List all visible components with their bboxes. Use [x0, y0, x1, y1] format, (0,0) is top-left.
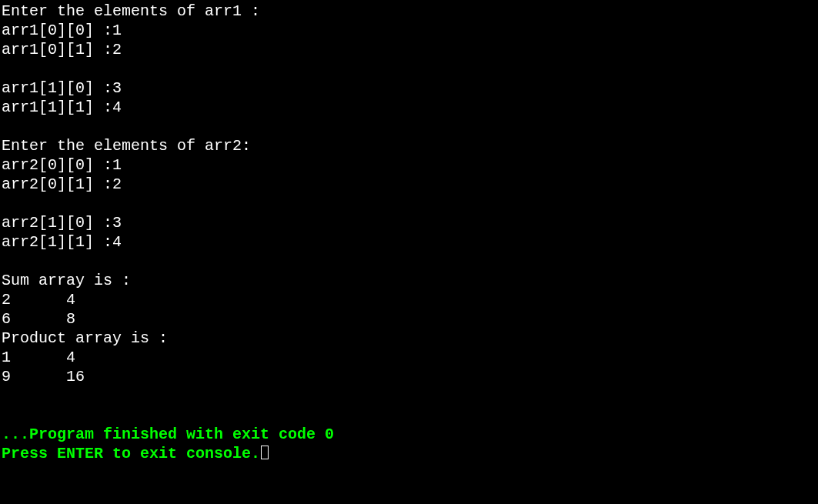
output-line: Sum array is : — [2, 271, 818, 290]
prompt-line[interactable]: Press ENTER to exit console. — [2, 444, 818, 463]
output-line: 9 16 — [2, 367, 818, 386]
output-line: arr1[1][1] :4 — [2, 98, 818, 117]
output-line — [2, 117, 818, 136]
output-line: 2 4 — [2, 290, 818, 309]
exit-message: ...Program finished with exit code 0 — [2, 425, 818, 444]
output-line: arr1[0][1] :2 — [2, 40, 818, 59]
output-line — [2, 194, 818, 213]
output-line: arr1[1][0] :3 — [2, 78, 818, 98]
output-line — [2, 59, 818, 78]
output-line: 1 4 — [2, 348, 818, 367]
prompt-message: Press ENTER to exit console. — [2, 445, 260, 462]
console-output: Enter the elements of arr1 : arr1[0][0] … — [2, 2, 818, 463]
output-line: arr2[0][1] :2 — [2, 175, 818, 194]
output-line: Enter the elements of arr1 : — [2, 2, 818, 21]
output-line — [2, 406, 818, 425]
output-line: arr2[1][0] :3 — [2, 213, 818, 232]
output-line — [2, 386, 818, 406]
output-line: Enter the elements of arr2: — [2, 136, 818, 155]
output-line: arr2[0][0] :1 — [2, 155, 818, 175]
output-line: 6 8 — [2, 309, 818, 329]
output-line: arr2[1][1] :4 — [2, 232, 818, 252]
output-line: arr1[0][0] :1 — [2, 21, 818, 40]
output-line — [2, 252, 818, 271]
cursor-icon — [261, 446, 269, 459]
output-line: Product array is : — [2, 329, 818, 348]
